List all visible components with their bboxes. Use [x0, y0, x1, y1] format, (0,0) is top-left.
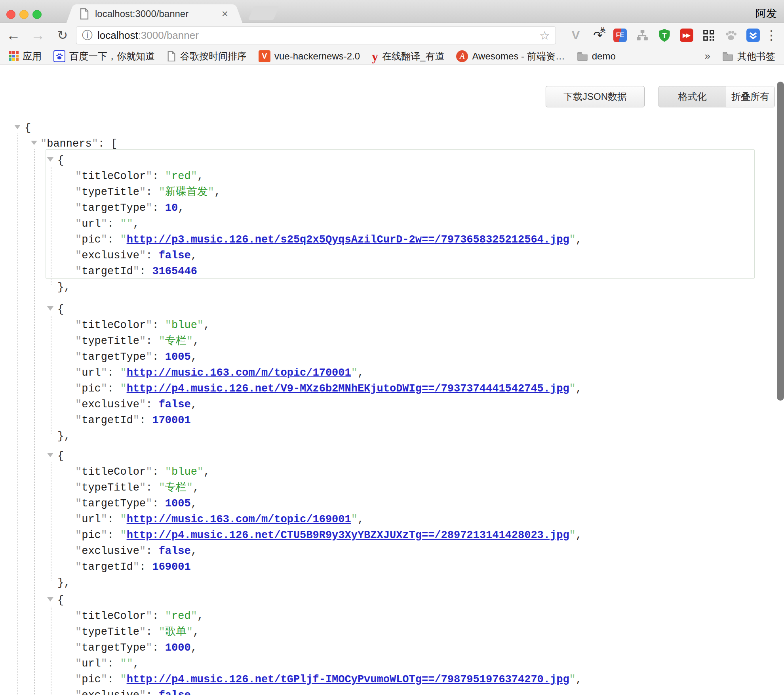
browser-tab[interactable]: localhost:3000/banner ×: [75, 4, 234, 23]
indent-guide: [34, 149, 35, 695]
address-bar[interactable]: ⓘ localhost :3000/banner ☆: [76, 26, 556, 44]
json-line: "targetId": 170001: [75, 412, 191, 428]
json-token: ,: [191, 351, 197, 363]
bookmark-apps[interactable]: 应用: [9, 50, 42, 63]
bookmark-star-icon[interactable]: ☆: [539, 29, 550, 42]
fullscreen-window-button[interactable]: [32, 10, 42, 19]
json-token: ,: [358, 367, 364, 379]
profile-name: 阿发: [755, 6, 777, 21]
browser-menu-icon[interactable]: ⋮: [763, 27, 779, 44]
json-token: :: [107, 218, 120, 230]
collapse-toggle-icon[interactable]: [14, 125, 21, 129]
json-token: ": [75, 689, 82, 695]
collapse-toggle-icon[interactable]: [47, 157, 53, 162]
json-token: ": [139, 186, 146, 198]
vue-devtools-extension-icon[interactable]: V: [568, 27, 584, 43]
collapse-toggle-icon[interactable]: [47, 597, 53, 601]
bookmark-baidu[interactable]: 百度一下，你就知道: [53, 50, 155, 63]
json-token: ": [139, 335, 146, 347]
json-token: ,: [204, 319, 210, 331]
bookmark-awesomes[interactable]: A Awesomes - 前端资…: [456, 50, 565, 63]
bookmark-label: 百度一下，你就知道: [69, 50, 155, 63]
json-token: ": [120, 234, 126, 246]
page-info-icon[interactable]: ⓘ: [82, 28, 93, 42]
json-token: ": [120, 674, 126, 685]
json-link[interactable]: http://music.163.com/m/topic/169001: [127, 514, 351, 525]
json-token: ": [75, 399, 82, 411]
indent-guide: [17, 134, 18, 695]
json-token: },: [57, 281, 70, 293]
json-link[interactable]: http://p4.music.126.net/CTU5B9R9y3XyYBZX…: [127, 529, 569, 541]
json-value-number: false: [159, 399, 191, 411]
json-line: "targetId": 3165446: [75, 263, 197, 279]
json-token: ,: [576, 383, 582, 395]
json-link[interactable]: http://music.163.com/m/topic/170001: [127, 367, 351, 379]
json-token: :: [146, 689, 158, 695]
json-token: ,: [193, 482, 199, 494]
json-token: ": [75, 514, 82, 525]
json-token: ": [197, 319, 204, 331]
bookmark-vue-hackernews[interactable]: V vue-hackernews-2.0: [259, 50, 360, 62]
json-token: ": [191, 170, 197, 182]
json-key: exclusive: [82, 689, 139, 695]
translate-extension-icon[interactable]: ↷ 英: [590, 27, 606, 43]
json-token: ": [186, 335, 193, 347]
bookmarks-bar: 应用 百度一下，你就知道 谷歌按时间排序 V vue-hackernews-2.…: [0, 48, 784, 65]
tab-close-icon[interactable]: ×: [220, 8, 230, 19]
json-token: ": [159, 482, 165, 494]
collapse-toggle-icon[interactable]: [31, 141, 37, 145]
shield-extension-icon[interactable]: T: [657, 27, 672, 43]
json-value-string: red: [171, 170, 191, 182]
fe-extension-icon[interactable]: FE: [612, 27, 628, 43]
json-token: ": [120, 218, 126, 230]
paw-extension-icon[interactable]: [723, 27, 739, 43]
json-line: "pic": "http://p4.music.126.net/V9-MXz6b…: [75, 381, 582, 397]
json-token: ": [569, 674, 576, 685]
json-token: ": [75, 674, 82, 685]
collapse-toggle-icon[interactable]: [47, 306, 53, 311]
json-token: ": [75, 383, 82, 395]
sitemap-extension-icon[interactable]: [634, 27, 650, 43]
json-value-number: 3165446: [152, 265, 197, 277]
sync-extension-icon[interactable]: [745, 27, 761, 43]
json-token: ": [75, 642, 82, 654]
json-token: ": [75, 234, 82, 246]
json-link[interactable]: http://p3.music.126.net/s25q2x5QyqsAzilC…: [127, 234, 569, 246]
json-line: "typeTitle": "专栏",: [75, 480, 199, 496]
json-link[interactable]: http://p4.music.126.net/tGPljf-IMOCyPvum…: [127, 674, 569, 685]
json-token: :: [152, 642, 165, 654]
scrollbar-thumb[interactable]: [777, 82, 784, 401]
json-line: {: [57, 592, 64, 608]
bookmark-youdao-translate[interactable]: y 在线翻译_有道: [372, 50, 444, 63]
json-line: "typeTitle": "歌单",: [75, 624, 199, 640]
json-token: :: [146, 626, 158, 638]
qr-code-extension-icon[interactable]: [701, 27, 717, 43]
video-downloader-extension-icon[interactable]: ▶▶: [679, 27, 695, 43]
json-token: ": [139, 689, 146, 695]
json-token: ": [101, 367, 107, 379]
json-key: exclusive: [82, 250, 139, 262]
bookmark-label: 谷歌按时间排序: [180, 50, 247, 63]
json-link[interactable]: http://p4.music.126.net/V9-MXz6b2MNhEKju…: [127, 383, 569, 395]
json-token: ": [159, 186, 165, 198]
back-button[interactable]: ←: [4, 26, 23, 45]
minimize-window-button[interactable]: [19, 10, 29, 19]
json-line: "url": "http://music.163.com/m/topic/170…: [75, 365, 364, 381]
new-tab-button[interactable]: [248, 6, 279, 20]
bookmark-google-sort[interactable]: 谷歌按时间排序: [167, 50, 247, 63]
json-line: "pic": "http://p4.music.126.net/tGPljf-I…: [75, 672, 582, 687]
bookmarks-overflow-chevron[interactable]: »: [705, 50, 710, 62]
other-bookmarks-folder[interactable]: 其他书签: [722, 50, 775, 63]
json-token: ": [75, 218, 82, 230]
json-token: ": [569, 383, 576, 395]
json-token: ": [569, 529, 576, 541]
json-token: ,: [358, 514, 364, 525]
close-window-button[interactable]: [6, 10, 15, 19]
reload-button[interactable]: ↻: [53, 26, 72, 45]
bookmark-folder-demo[interactable]: demo: [577, 51, 616, 62]
forward-button[interactable]: →: [29, 26, 48, 45]
json-token: ,: [576, 234, 582, 246]
json-key: targetId: [82, 561, 133, 573]
collapse-toggle-icon[interactable]: [47, 453, 53, 457]
json-token: :: [146, 250, 158, 262]
